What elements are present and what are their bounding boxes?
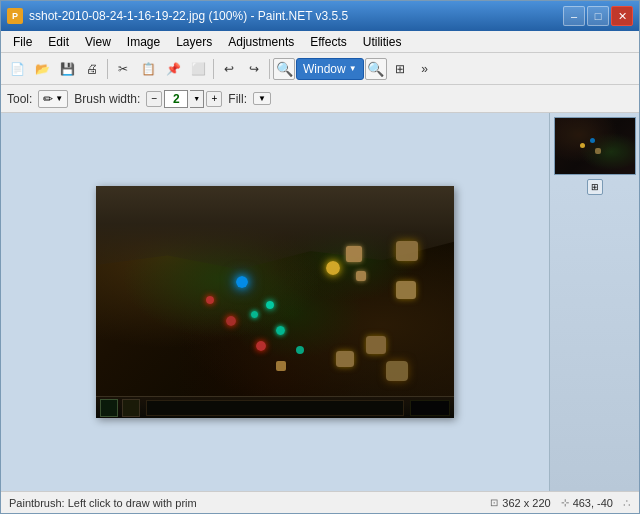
menu-bar: File Edit View Image Layers Adjustments …	[1, 31, 639, 53]
brush-width-decrease[interactable]: −	[146, 91, 162, 107]
thumbnail-image	[554, 117, 636, 175]
tool-selector[interactable]: ✏ ▼	[38, 90, 68, 108]
deselect-button[interactable]: ⬜	[186, 57, 210, 81]
thumb-overlay	[555, 118, 635, 174]
title-bar: P sshot-2010-08-24-1-16-19-22.jpg (100%)…	[1, 1, 639, 31]
menu-image[interactable]: Image	[119, 33, 168, 51]
zoom-out-button[interactable]: 🔍	[273, 58, 295, 80]
maximize-button[interactable]: □	[587, 6, 609, 26]
brush-width-value: 2	[164, 90, 188, 108]
menu-effects[interactable]: Effects	[302, 33, 354, 51]
unit-yellow-3	[346, 246, 362, 262]
coords-value: 463, -40	[573, 497, 613, 509]
cut-button[interactable]: ✂	[111, 57, 135, 81]
unit-red-1	[206, 296, 214, 304]
zoom-in-button[interactable]: 🔍	[365, 58, 387, 80]
window-controls: – □ ✕	[563, 6, 633, 26]
toolbar: 📄 📂 💾 🖨 ✂ 📋 📌 ⬜ ↩ ↪ 🔍 Window ▼ 🔍 ⊞ »	[1, 53, 639, 85]
hud-portrait	[122, 399, 140, 417]
thumb-unit-2	[595, 148, 601, 154]
unit-teal-1	[266, 301, 274, 309]
dropdown-arrow-icon: ▼	[349, 64, 357, 73]
more-button[interactable]: »	[413, 57, 437, 81]
unit-teal-3	[276, 326, 285, 335]
unit-blue	[236, 276, 248, 288]
separator-1	[107, 59, 108, 79]
thumbnail-panel: ⊞	[549, 113, 639, 491]
window-label: Window	[303, 62, 346, 76]
status-size: ⊡ 362 x 220	[490, 497, 550, 509]
brush-width-dropdown[interactable]: ▼	[190, 90, 204, 108]
size-icon: ⊡	[490, 497, 498, 508]
menu-adjustments[interactable]: Adjustments	[220, 33, 302, 51]
size-value: 362 x 220	[502, 497, 550, 509]
tool-dropdown-arrow: ▼	[55, 94, 63, 103]
close-button[interactable]: ✕	[611, 6, 633, 26]
undo-button[interactable]: ↩	[217, 57, 241, 81]
unit-teal-4	[296, 346, 304, 354]
unit-yellow-xl	[396, 241, 418, 261]
fill-dropdown-arrow: ▼	[258, 94, 266, 103]
brush-width-increase[interactable]: +	[206, 91, 222, 107]
coords-icon: ⊹	[561, 497, 569, 508]
menu-file[interactable]: File	[5, 33, 40, 51]
thumbnail-nav-button[interactable]: ⊞	[587, 179, 603, 195]
status-bar: Paintbrush: Left click to draw with prim…	[1, 491, 639, 513]
fill-selector[interactable]: ▼	[253, 92, 271, 105]
menu-edit[interactable]: Edit	[40, 33, 77, 51]
thumb-unit-1	[580, 143, 585, 148]
menu-view[interactable]: View	[77, 33, 119, 51]
copy-button[interactable]: 📋	[136, 57, 160, 81]
print-button[interactable]: 🖨	[80, 57, 104, 81]
redo-button[interactable]: ↪	[242, 57, 266, 81]
thumb-unit-3	[590, 138, 595, 143]
brush-width-stepper: − 2 ▼ +	[146, 90, 222, 108]
brush-width-label: Brush width:	[74, 92, 140, 106]
unit-red-2	[226, 316, 236, 326]
hud-minimap	[100, 399, 118, 417]
main-area: ⊞	[1, 113, 639, 491]
window-title: sshot-2010-08-24-1-16-19-22.jpg (100%) -…	[29, 9, 563, 23]
app-icon: P	[7, 8, 23, 24]
unit-yellow-2	[356, 271, 366, 281]
unit-yellow-5	[366, 336, 386, 354]
status-coords: ⊹ 463, -40	[561, 497, 613, 509]
minimize-button[interactable]: –	[563, 6, 585, 26]
unit-red-3	[256, 341, 266, 351]
grid-button[interactable]: ⊞	[388, 57, 412, 81]
fill-label: Fill:	[228, 92, 247, 106]
separator-2	[213, 59, 214, 79]
game-scene	[96, 186, 454, 418]
tool-label: Tool:	[7, 92, 32, 106]
pencil-icon: ✏	[43, 92, 53, 106]
image-canvas	[96, 186, 454, 418]
menu-utilities[interactable]: Utilities	[355, 33, 410, 51]
window-dropdown-button[interactable]: Window ▼	[296, 58, 364, 80]
unit-brown	[276, 361, 286, 371]
hud-right-panel	[410, 400, 450, 416]
new-button[interactable]: 📄	[5, 57, 29, 81]
unit-yellow-6	[386, 361, 408, 381]
unit-yellow-1	[326, 261, 340, 275]
unit-yellow-4	[336, 351, 354, 367]
tool-options-bar: Tool: ✏ ▼ Brush width: − 2 ▼ + Fill: ▼	[1, 85, 639, 113]
game-hud	[96, 396, 454, 418]
status-end: ∴	[623, 496, 631, 510]
unit-teal-2	[251, 311, 258, 318]
canvas-area[interactable]	[1, 113, 549, 491]
status-message: Paintbrush: Left click to draw with prim	[9, 497, 480, 509]
separator-3	[269, 59, 270, 79]
save-button[interactable]: 💾	[55, 57, 79, 81]
menu-layers[interactable]: Layers	[168, 33, 220, 51]
open-button[interactable]: 📂	[30, 57, 54, 81]
image-canvas-container	[96, 186, 454, 418]
hud-command-panel	[146, 400, 404, 416]
unit-yellow-large	[396, 281, 416, 299]
paste-button[interactable]: 📌	[161, 57, 185, 81]
main-window: P sshot-2010-08-24-1-16-19-22.jpg (100%)…	[0, 0, 640, 514]
